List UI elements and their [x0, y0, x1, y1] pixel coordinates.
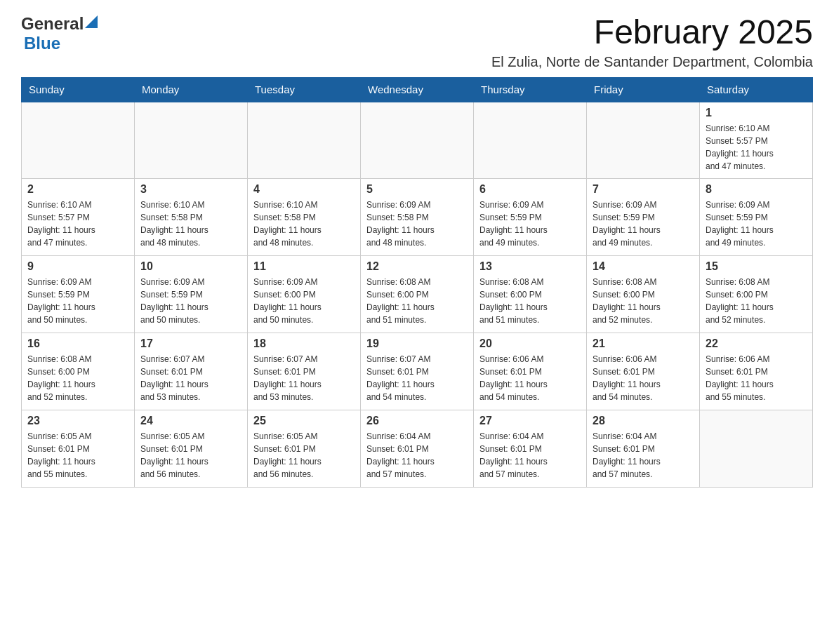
week-row-3: 9Sunrise: 6:09 AMSunset: 5:59 PMDaylight…: [22, 256, 813, 333]
weekday-header-sunday: Sunday: [22, 77, 135, 102]
weekday-header-thursday: Thursday: [474, 77, 587, 102]
day-cell: 11Sunrise: 6:09 AMSunset: 6:00 PMDayligh…: [248, 256, 361, 333]
calendar-table: SundayMondayTuesdayWednesdayThursdayFrid…: [21, 77, 813, 488]
day-number: 12: [366, 260, 468, 273]
day-info: Sunrise: 6:10 AMSunset: 5:58 PMDaylight:…: [253, 199, 355, 249]
day-info: Sunrise: 6:06 AMSunset: 6:01 PMDaylight:…: [479, 353, 581, 403]
day-info: Sunrise: 6:08 AMSunset: 6:00 PMDaylight:…: [706, 276, 807, 326]
day-number: 8: [706, 183, 807, 196]
day-cell: 14Sunrise: 6:08 AMSunset: 6:00 PMDayligh…: [587, 256, 700, 333]
calendar-title: February 2025: [491, 14, 813, 51]
day-info: Sunrise: 6:10 AMSunset: 5:57 PMDaylight:…: [706, 122, 807, 173]
day-number: 23: [27, 415, 128, 427]
day-number: 28: [593, 415, 694, 427]
weekday-header-monday: Monday: [135, 77, 248, 102]
weekday-header-tuesday: Tuesday: [248, 77, 361, 102]
day-number: 22: [706, 337, 807, 350]
day-info: Sunrise: 6:10 AMSunset: 5:57 PMDaylight:…: [27, 199, 128, 249]
day-info: Sunrise: 6:08 AMSunset: 6:00 PMDaylight:…: [366, 276, 468, 326]
logo-triangle-icon: [85, 15, 98, 31]
day-cell: 23Sunrise: 6:05 AMSunset: 6:01 PMDayligh…: [22, 410, 135, 488]
day-cell: 4Sunrise: 6:10 AMSunset: 5:58 PMDaylight…: [248, 179, 361, 256]
day-number: 4: [253, 183, 355, 196]
week-row-4: 16Sunrise: 6:08 AMSunset: 6:00 PMDayligh…: [22, 333, 813, 410]
week-row-2: 2Sunrise: 6:10 AMSunset: 5:57 PMDaylight…: [22, 179, 813, 256]
day-cell: 19Sunrise: 6:07 AMSunset: 6:01 PMDayligh…: [361, 333, 474, 410]
day-info: Sunrise: 6:09 AMSunset: 5:58 PMDaylight:…: [366, 199, 468, 249]
day-number: 2: [27, 183, 128, 196]
day-number: 17: [140, 337, 241, 350]
day-number: 18: [253, 337, 355, 350]
logo-general-text: General: [21, 14, 84, 34]
day-info: Sunrise: 6:04 AMSunset: 6:01 PMDaylight:…: [593, 430, 694, 481]
logo-blue-text: Blue: [24, 34, 60, 53]
day-info: Sunrise: 6:07 AMSunset: 6:01 PMDaylight:…: [366, 353, 468, 403]
week-row-5: 23Sunrise: 6:05 AMSunset: 6:01 PMDayligh…: [22, 410, 813, 488]
day-cell: 22Sunrise: 6:06 AMSunset: 6:01 PMDayligh…: [700, 333, 813, 410]
day-number: 14: [593, 260, 694, 273]
day-cell: 20Sunrise: 6:06 AMSunset: 6:01 PMDayligh…: [474, 333, 587, 410]
weekday-header-saturday: Saturday: [700, 77, 813, 102]
day-cell: 7Sunrise: 6:09 AMSunset: 5:59 PMDaylight…: [587, 179, 700, 256]
day-cell: 15Sunrise: 6:08 AMSunset: 6:00 PMDayligh…: [700, 256, 813, 333]
day-number: 25: [253, 415, 355, 427]
day-info: Sunrise: 6:05 AMSunset: 6:01 PMDaylight:…: [140, 430, 241, 481]
day-info: Sunrise: 6:09 AMSunset: 5:59 PMDaylight:…: [706, 199, 807, 249]
day-cell: 26Sunrise: 6:04 AMSunset: 6:01 PMDayligh…: [361, 410, 474, 488]
day-info: Sunrise: 6:07 AMSunset: 6:01 PMDaylight:…: [140, 353, 241, 403]
day-info: Sunrise: 6:07 AMSunset: 6:01 PMDaylight:…: [253, 353, 355, 403]
day-info: Sunrise: 6:05 AMSunset: 6:01 PMDaylight:…: [253, 430, 355, 481]
logo: General Blue: [21, 14, 98, 53]
day-number: 9: [27, 260, 128, 273]
day-cell: [474, 102, 587, 179]
day-cell: [135, 102, 248, 179]
day-cell: 8Sunrise: 6:09 AMSunset: 5:59 PMDaylight…: [700, 179, 813, 256]
day-info: Sunrise: 6:06 AMSunset: 6:01 PMDaylight:…: [593, 353, 694, 403]
day-cell: 1Sunrise: 6:10 AMSunset: 5:57 PMDaylight…: [700, 102, 813, 179]
day-number: 19: [366, 337, 468, 350]
day-number: 21: [593, 337, 694, 350]
day-cell: 10Sunrise: 6:09 AMSunset: 5:59 PMDayligh…: [135, 256, 248, 333]
title-block: February 2025 El Zulia, Norte de Santand…: [491, 14, 813, 70]
day-number: 11: [253, 260, 355, 273]
day-number: 13: [479, 260, 581, 273]
day-cell: 27Sunrise: 6:04 AMSunset: 6:01 PMDayligh…: [474, 410, 587, 488]
day-number: 24: [140, 415, 241, 427]
day-cell: [361, 102, 474, 179]
weekday-header-wednesday: Wednesday: [361, 77, 474, 102]
day-number: 3: [140, 183, 241, 196]
day-info: Sunrise: 6:05 AMSunset: 6:01 PMDaylight:…: [27, 430, 128, 481]
day-number: 6: [479, 183, 581, 196]
day-cell: 9Sunrise: 6:09 AMSunset: 5:59 PMDaylight…: [22, 256, 135, 333]
day-info: Sunrise: 6:09 AMSunset: 5:59 PMDaylight:…: [479, 199, 581, 249]
day-cell: 13Sunrise: 6:08 AMSunset: 6:00 PMDayligh…: [474, 256, 587, 333]
day-number: 15: [706, 260, 807, 273]
day-info: Sunrise: 6:06 AMSunset: 6:01 PMDaylight:…: [706, 353, 807, 403]
page-header: General Blue February 2025 El Zulia, Nor…: [21, 14, 813, 70]
day-number: 16: [27, 337, 128, 350]
day-cell: 12Sunrise: 6:08 AMSunset: 6:00 PMDayligh…: [361, 256, 474, 333]
day-cell: [22, 102, 135, 179]
day-cell: 2Sunrise: 6:10 AMSunset: 5:57 PMDaylight…: [22, 179, 135, 256]
day-info: Sunrise: 6:09 AMSunset: 6:00 PMDaylight:…: [253, 276, 355, 326]
day-number: 1: [706, 107, 807, 119]
day-cell: 18Sunrise: 6:07 AMSunset: 6:01 PMDayligh…: [248, 333, 361, 410]
day-number: 20: [479, 337, 581, 350]
day-cell: 21Sunrise: 6:06 AMSunset: 6:01 PMDayligh…: [587, 333, 700, 410]
weekday-header-row: SundayMondayTuesdayWednesdayThursdayFrid…: [22, 77, 813, 102]
day-cell: [248, 102, 361, 179]
day-cell: 3Sunrise: 6:10 AMSunset: 5:58 PMDaylight…: [135, 179, 248, 256]
day-info: Sunrise: 6:08 AMSunset: 6:00 PMDaylight:…: [27, 353, 128, 403]
day-number: 10: [140, 260, 241, 273]
day-info: Sunrise: 6:04 AMSunset: 6:01 PMDaylight:…: [366, 430, 468, 481]
day-cell: 24Sunrise: 6:05 AMSunset: 6:01 PMDayligh…: [135, 410, 248, 488]
day-info: Sunrise: 6:08 AMSunset: 6:00 PMDaylight:…: [593, 276, 694, 326]
day-number: 5: [366, 183, 468, 196]
day-cell: 17Sunrise: 6:07 AMSunset: 6:01 PMDayligh…: [135, 333, 248, 410]
day-info: Sunrise: 6:08 AMSunset: 6:00 PMDaylight:…: [479, 276, 581, 326]
day-info: Sunrise: 6:04 AMSunset: 6:01 PMDaylight:…: [479, 430, 581, 481]
day-cell: [700, 410, 813, 488]
day-cell: 28Sunrise: 6:04 AMSunset: 6:01 PMDayligh…: [587, 410, 700, 488]
day-number: 27: [479, 415, 581, 427]
day-cell: [587, 102, 700, 179]
